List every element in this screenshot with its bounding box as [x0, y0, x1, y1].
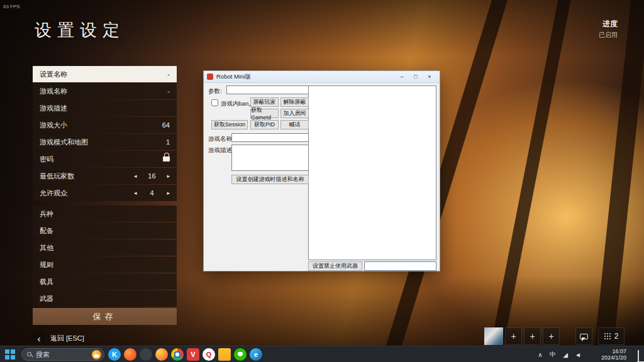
volume-icon[interactable]: ◄	[572, 346, 584, 362]
page-title: 设置设定	[35, 19, 125, 41]
invite-slot-button[interactable]: +	[524, 327, 541, 345]
player-avatar[interactable]	[484, 327, 503, 345]
category-label: 其他	[40, 243, 53, 253]
setting-value: 16	[146, 172, 157, 180]
ban-player-checkbox[interactable]	[211, 99, 218, 106]
notification-button[interactable]	[638, 351, 639, 362]
tray-chevron-icon[interactable]: ∧	[535, 346, 546, 362]
settings-panel: 设置名称 - 游戏名称 - 游戏描述 游戏大小 64 游戏模式和地图 1 密码 …	[33, 66, 177, 325]
squad-menu-button[interactable]: 2	[598, 327, 625, 345]
setting-row-min-players[interactable]: 最低玩家数 ◂ 16 ▸	[33, 168, 177, 184]
param-input[interactable]	[226, 85, 309, 94]
decrease-arrow-icon[interactable]: ◂	[134, 190, 137, 196]
spectators-stepper: ◂ 4 ▸	[134, 189, 170, 197]
squad-count: 2	[614, 332, 619, 341]
setting-value: 64	[162, 121, 170, 129]
get-gameid-button[interactable]: 获取GameId	[250, 109, 279, 118]
windows-logo-icon	[5, 349, 9, 354]
setting-label: 密码	[40, 155, 53, 164]
setting-row-password[interactable]: 密码	[33, 151, 177, 167]
bell-icon	[638, 350, 639, 361]
minimize-icon[interactable]: –	[395, 72, 409, 82]
app-icon-folder[interactable]	[218, 348, 231, 361]
search-label: 搜索	[36, 350, 50, 359]
app-icon-firefox[interactable]	[155, 348, 168, 361]
setting-value: 1	[166, 138, 170, 146]
tray-time: 16:07	[591, 348, 626, 354]
app-icon-chrome[interactable]	[171, 348, 184, 361]
app-icon-qq[interactable]: Q	[203, 348, 215, 361]
get-session-button[interactable]: 获取Session	[211, 120, 248, 129]
ime-indicator[interactable]: 中	[547, 346, 558, 362]
back-button[interactable]: ‹ 返回 [ESC]	[33, 332, 84, 344]
setting-label: 允许观众	[40, 189, 67, 198]
category-row-other[interactable]: 其他	[33, 239, 177, 256]
output-list[interactable]	[308, 85, 436, 260]
setting-row-mode-map[interactable]: 游戏模式和地图 1	[33, 134, 177, 150]
game-desc-label: 游戏描述:	[208, 146, 234, 155]
increase-arrow-icon[interactable]: ▸	[167, 173, 170, 179]
category-label: 武器	[40, 294, 53, 304]
unblock-player-button[interactable]: 解除屏蔽	[280, 97, 309, 107]
search-icon	[27, 352, 32, 357]
progress-label: 进度	[599, 19, 618, 30]
network-icon[interactable]: ◢	[560, 346, 571, 362]
invite-slot-button[interactable]: +	[505, 327, 522, 345]
category-label: 载具	[40, 277, 53, 287]
app-icon-orange[interactable]	[124, 348, 136, 361]
category-row-rules[interactable]: 规则	[33, 256, 177, 273]
setting-label: 游戏模式和地图	[40, 138, 88, 147]
app-icon-dark[interactable]	[140, 348, 152, 361]
weather-icon	[92, 350, 101, 359]
progress-indicator: 进度 已启用	[599, 19, 618, 40]
setting-row-game-size[interactable]: 游戏大小 64	[33, 117, 177, 133]
ban-weapon-button[interactable]: 设置禁止使用武器	[308, 261, 362, 271]
setting-row-spectators[interactable]: 允许观众 ◂ 4 ▸	[33, 185, 177, 201]
block-player-button[interactable]: 屏蔽玩家	[250, 97, 279, 107]
invite-slot-button[interactable]: +	[543, 327, 560, 345]
setting-row-game-name[interactable]: 游戏名称 -	[33, 83, 177, 99]
window-title: Robot Mini版	[216, 73, 251, 81]
category-label: 配备	[40, 226, 53, 236]
setting-label: 设置名称	[40, 70, 67, 79]
set-create-info-button[interactable]: 设置创建游戏时描述和名称	[231, 175, 309, 184]
setting-row-name[interactable]: 设置名称 -	[33, 66, 177, 82]
taskbar-search[interactable]: 搜索	[21, 348, 104, 361]
maximize-icon[interactable]: □	[409, 72, 423, 82]
tray-date: 2024/1/20	[591, 354, 626, 361]
game-name-input[interactable]	[231, 133, 309, 142]
setting-value: -	[167, 87, 170, 95]
setting-value: -	[167, 70, 170, 78]
join-room-button[interactable]: 加入房间	[280, 109, 309, 118]
fps-counter: 63 FPS	[3, 4, 20, 9]
grid-dots-icon	[604, 333, 606, 334]
start-button[interactable]	[5, 349, 15, 359]
category-row-soldiers[interactable]: 兵种	[33, 206, 177, 222]
category-row-weapons[interactable]: 武器	[33, 290, 177, 307]
app-icon-kugou[interactable]: K	[108, 348, 121, 361]
decrease-arrow-icon[interactable]: ◂	[134, 173, 137, 179]
save-button[interactable]: 保存	[33, 308, 177, 325]
close-icon[interactable]: ×	[423, 72, 436, 82]
category-row-vehicles[interactable]: 载具	[33, 273, 177, 290]
app-icon-wechat[interactable]	[234, 348, 247, 361]
robot-mini-window: Robot Mini版 – □ × 参数: 游戏内ban人 屏蔽玩家 解除屏蔽 …	[203, 70, 440, 272]
get-pid-button[interactable]: 获取PID	[250, 120, 279, 129]
back-arrow-icon: ‹	[33, 332, 45, 344]
chat-button[interactable]	[575, 327, 592, 345]
taskbar-clock[interactable]: 16:07 2024/1/20	[591, 348, 626, 361]
ban-weapon-input[interactable]	[364, 261, 436, 271]
shout-button[interactable]: 喊话	[280, 120, 309, 129]
app-icon-edge[interactable]: e	[250, 348, 262, 361]
window-body: 参数: 游戏内ban人 屏蔽玩家 解除屏蔽 获取GameId 加入房间 获取Se…	[204, 83, 440, 271]
category-row-loadout[interactable]: 配备	[33, 222, 177, 239]
increase-arrow-icon[interactable]: ▸	[167, 190, 170, 196]
setting-row-game-desc[interactable]: 游戏描述	[33, 100, 177, 116]
game-desc-textarea[interactable]	[231, 145, 309, 171]
window-titlebar[interactable]: Robot Mini版 – □ ×	[204, 71, 440, 83]
setting-label: 游戏大小	[40, 121, 67, 130]
min-players-stepper: ◂ 16 ▸	[134, 172, 170, 180]
setting-label: 游戏名称	[40, 87, 67, 96]
window-controls: – □ ×	[395, 72, 436, 82]
app-icon-red-v[interactable]: V	[187, 348, 199, 361]
